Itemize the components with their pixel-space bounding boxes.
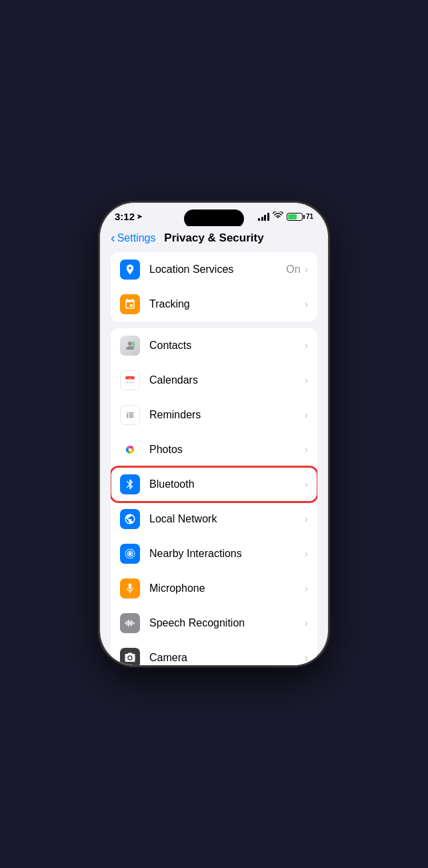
local-network-icon: [120, 509, 140, 529]
svg-rect-17: [125, 622, 127, 624]
signal-bar-1: [258, 218, 260, 221]
settings-content: Location Services On › Tracking ›: [100, 252, 328, 665]
camera-chevron: ›: [305, 652, 308, 664]
page-title: Privacy & Security: [164, 232, 263, 245]
contacts-icon: [120, 336, 140, 356]
svg-point-15: [129, 448, 132, 452]
location-services-icon: [120, 260, 140, 280]
section-group-2: Contacts › ▪▪▪ ▪▪ ▪▪ ▪▪: [111, 328, 317, 665]
calendars-chevron: ›: [305, 374, 308, 386]
nearby-interactions-chevron: ›: [305, 548, 308, 560]
svg-point-11: [127, 414, 128, 416]
svg-text:▪▪: ▪▪: [132, 381, 133, 384]
svg-rect-22: [133, 622, 134, 625]
svg-text:▪▪: ▪▪: [127, 381, 128, 384]
battery-level: 71: [306, 213, 313, 220]
nearby-interactions-label: Nearby Interactions: [149, 548, 305, 560]
bluetooth-label: Bluetooth: [149, 478, 305, 490]
signal-bar-2: [261, 217, 263, 221]
back-chevron-icon: ‹: [111, 231, 115, 244]
phone-frame: 3:12 ➤: [100, 203, 328, 665]
svg-rect-21: [131, 620, 133, 626]
back-label: Settings: [117, 232, 156, 244]
speech-recognition-label: Speech Recognition: [149, 617, 305, 629]
photos-chevron: ›: [305, 444, 308, 456]
nav-header: ‹ Settings Privacy & Security: [100, 226, 328, 252]
bluetooth-item[interactable]: Bluetooth ›: [111, 467, 317, 502]
speech-recognition-icon: [120, 613, 140, 633]
camera-icon: [120, 648, 140, 665]
microphone-item[interactable]: Microphone ›: [111, 571, 317, 606]
svg-rect-23: [134, 622, 135, 624]
nearby-interactions-icon: [120, 544, 140, 564]
signal-bar-3: [264, 215, 266, 221]
svg-rect-19: [128, 620, 129, 627]
local-network-label: Local Network: [149, 513, 305, 525]
nearby-interactions-item[interactable]: Nearby Interactions ›: [111, 536, 317, 571]
camera-label: Camera: [149, 652, 305, 664]
location-services-label: Location Services: [149, 264, 286, 276]
speech-recognition-chevron: ›: [305, 617, 308, 629]
local-network-chevron: ›: [305, 513, 308, 525]
microphone-icon: [120, 578, 140, 598]
screen: 3:12 ➤: [100, 203, 328, 665]
tracking-label: Tracking: [149, 298, 305, 310]
tracking-chevron: ›: [305, 298, 308, 310]
microphone-chevron: ›: [305, 582, 308, 594]
reminders-chevron: ›: [305, 409, 308, 421]
local-network-item[interactable]: Local Network ›: [111, 502, 317, 536]
section-group-1: Location Services On › Tracking ›: [111, 252, 317, 322]
bluetooth-chevron: ›: [305, 478, 308, 490]
status-time: 3:12 ➤: [115, 211, 142, 222]
status-icons: 71: [258, 211, 313, 222]
bluetooth-icon: [120, 474, 140, 494]
reminders-item[interactable]: Reminders ›: [111, 398, 317, 432]
dynamic-island: [184, 209, 244, 228]
svg-point-16: [129, 552, 132, 556]
svg-point-0: [128, 342, 132, 346]
contacts-item[interactable]: Contacts ›: [111, 328, 317, 363]
reminders-label: Reminders: [149, 409, 305, 421]
time-display: 3:12: [115, 211, 135, 222]
svg-rect-20: [129, 621, 131, 625]
photos-label: Photos: [149, 444, 305, 456]
calendars-item[interactable]: ▪▪▪ ▪▪ ▪▪ ▪▪ Calendars ›: [111, 363, 317, 398]
location-services-item[interactable]: Location Services On ›: [111, 252, 317, 287]
location-arrow-icon: ➤: [137, 213, 142, 220]
wifi-icon: [273, 211, 283, 222]
tracking-icon: [120, 294, 140, 314]
svg-text:▪▪▪: ▪▪▪: [129, 378, 131, 380]
photos-item[interactable]: Photos ›: [111, 432, 317, 467]
svg-rect-1: [133, 342, 135, 348]
photos-icon: [120, 440, 140, 460]
speech-recognition-item[interactable]: Speech Recognition ›: [111, 606, 317, 640]
svg-point-9: [127, 412, 128, 414]
camera-item[interactable]: Camera ›: [111, 640, 317, 665]
svg-text:▪▪: ▪▪: [129, 381, 131, 384]
tracking-item[interactable]: Tracking ›: [111, 287, 317, 322]
location-services-chevron: ›: [305, 264, 308, 276]
microphone-label: Microphone: [149, 582, 305, 594]
reminders-icon: [120, 405, 140, 425]
status-bar: 3:12 ➤: [100, 203, 328, 226]
contacts-chevron: ›: [305, 340, 308, 352]
svg-rect-18: [127, 620, 128, 626]
signal-bars: [258, 213, 269, 221]
svg-point-13: [127, 416, 128, 418]
signal-bar-4: [267, 213, 269, 221]
calendars-label: Calendars: [149, 374, 305, 386]
location-services-value: On: [286, 264, 300, 276]
back-button[interactable]: ‹ Settings: [111, 232, 155, 244]
contacts-label: Contacts: [149, 340, 305, 352]
calendars-icon: ▪▪▪ ▪▪ ▪▪ ▪▪: [120, 370, 140, 390]
battery-indicator: 71: [287, 213, 313, 221]
